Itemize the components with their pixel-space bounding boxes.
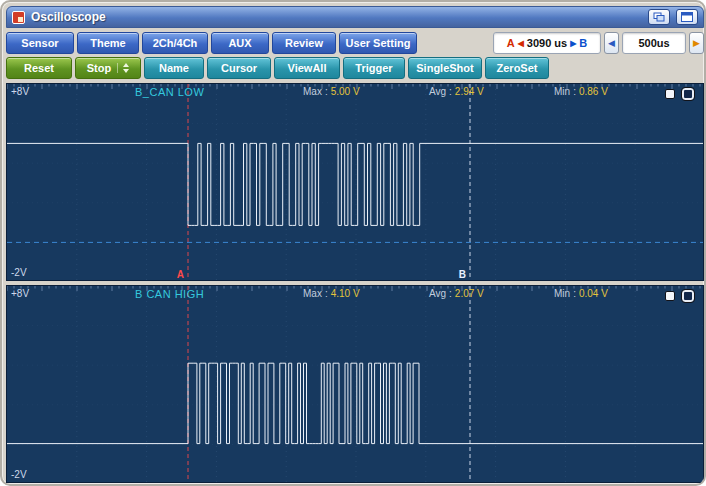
ab-time-readout[interactable]: A ◀ 3090 us ▶ B [493, 32, 601, 54]
theme-button[interactable]: Theme [77, 32, 139, 54]
channel1-waveform: AB [7, 84, 704, 281]
ch1-display-toggle-filled[interactable] [665, 89, 675, 99]
ch1-max-stat: Max:5.00 V [303, 86, 360, 97]
stat-value: 4.10 V [331, 288, 360, 299]
stat-value: 2.07 V [455, 288, 484, 299]
window-title: Oscilloscope [31, 10, 642, 24]
timebase-increase-button[interactable]: ▶ [689, 32, 704, 54]
ch1-top-voltage-label: +8V [11, 86, 29, 97]
ch2-min-stat: Min:0.04 V [554, 288, 608, 299]
a-cursor-label: A [507, 37, 515, 49]
channel-mode-button[interactable]: 2Ch/4Ch [142, 32, 208, 54]
stat-value: 5.00 V [331, 86, 360, 97]
stop-button[interactable]: Stop [75, 57, 141, 79]
zero-set-button[interactable]: ZeroSet [485, 57, 549, 79]
sensor-button[interactable]: Sensor [6, 32, 74, 54]
b-right-arrow-icon: ▶ [570, 39, 576, 48]
ch2-bottom-voltage-label: -2V [11, 469, 27, 480]
svg-text:B: B [459, 269, 466, 280]
stat-label: Avg [429, 86, 446, 97]
stat-separator: : [325, 86, 328, 97]
trigger-button[interactable]: Trigger [343, 57, 405, 79]
ch1-min-stat: Min:0.86 V [554, 86, 608, 97]
toolbar-row-1: Sensor Theme 2Ch/4Ch AUX Review User Set… [6, 32, 704, 54]
view-all-button[interactable]: ViewAll [274, 57, 340, 79]
ch1-display-toggles [665, 88, 694, 100]
stat-label: Min [554, 288, 570, 299]
channel1-panel: AB +8V B_CAN LOW Max:5.00 V Avg:2.94 V M… [6, 83, 704, 281]
ch2-display-toggles [665, 290, 694, 302]
stat-separator: : [449, 288, 452, 299]
user-setting-button[interactable]: User Setting [339, 32, 417, 54]
toolbar-row-2: Reset Stop Name Cursor ViewAll Trigger S… [6, 57, 704, 79]
stat-separator: : [449, 86, 452, 97]
ch1-name: B_CAN LOW [135, 86, 204, 98]
stat-separator: : [573, 288, 576, 299]
ch2-display-toggle-outline[interactable] [682, 290, 694, 302]
ch1-display-toggle-outline[interactable] [682, 88, 694, 100]
b-cursor-label: B [579, 37, 587, 49]
stat-value: 0.04 V [579, 288, 608, 299]
name-button[interactable]: Name [144, 57, 204, 79]
single-shot-button[interactable]: SingleShot [408, 57, 482, 79]
oscilloscope-window: Oscilloscope Sensor Theme 2Ch/4Ch AUX Re… [0, 0, 706, 486]
review-button[interactable]: Review [272, 32, 336, 54]
stop-button-label: Stop [87, 62, 111, 74]
stat-separator: : [325, 288, 328, 299]
cascade-view-button[interactable] [648, 9, 670, 25]
ab-time-value: 3090 us [527, 37, 567, 49]
timebase-value[interactable]: 500us [622, 32, 686, 54]
stop-spinner-icon [117, 63, 129, 73]
ch2-display-toggle-filled[interactable] [665, 291, 675, 301]
stat-label: Min [554, 86, 570, 97]
cursor-button[interactable]: Cursor [207, 57, 271, 79]
channel2-panel: +8V B CAN HIGH Max:4.10 V Avg:2.07 V Min… [6, 285, 704, 483]
split-view-icon [681, 12, 693, 22]
split-view-button[interactable] [676, 9, 698, 25]
a-left-arrow-icon: ◀ [518, 39, 524, 48]
stat-label: Avg [429, 288, 446, 299]
ch2-avg-stat: Avg:2.07 V [429, 288, 484, 299]
stat-separator: : [573, 86, 576, 97]
app-icon [12, 11, 25, 24]
aux-button[interactable]: AUX [211, 32, 269, 54]
stat-value: 0.86 V [579, 86, 608, 97]
stat-label: Max [303, 86, 322, 97]
ch2-max-stat: Max:4.10 V [303, 288, 360, 299]
svg-text:A: A [177, 269, 184, 280]
channel2-waveform [7, 286, 704, 483]
title-bar[interactable]: Oscilloscope [6, 6, 704, 28]
ch2-name: B CAN HIGH [135, 288, 204, 300]
ch1-avg-stat: Avg:2.94 V [429, 86, 484, 97]
timebase-decrease-button[interactable]: ◀ [604, 32, 619, 54]
cascade-icon [653, 12, 665, 22]
stat-value: 2.94 V [455, 86, 484, 97]
ch2-top-voltage-label: +8V [11, 288, 29, 299]
stat-label: Max [303, 288, 322, 299]
reset-button[interactable]: Reset [6, 57, 72, 79]
ch1-bottom-voltage-label: -2V [11, 267, 27, 278]
